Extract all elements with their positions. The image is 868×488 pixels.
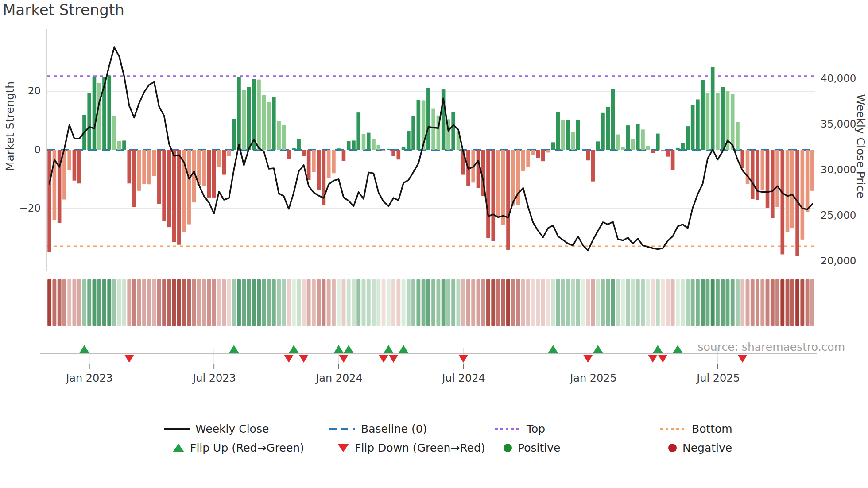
strength-bar — [546, 150, 550, 153]
heatmap-cell — [102, 279, 106, 326]
heatmap-cell — [790, 279, 794, 326]
heatmap-cell — [227, 279, 231, 326]
strength-bar — [78, 150, 81, 184]
strength-bar — [232, 119, 236, 150]
heatmap-cell — [302, 279, 306, 326]
heatmap-cell — [810, 279, 814, 326]
heatmap-cell — [686, 279, 690, 326]
heatmap-cell — [571, 279, 575, 326]
legend-label: Baseline (0) — [361, 422, 427, 435]
heatmap-cell — [795, 279, 799, 326]
heatmap-cell — [237, 279, 241, 326]
strength-bar — [297, 139, 301, 150]
flip-up-marker — [334, 345, 344, 353]
strength-bar — [172, 150, 176, 242]
heatmap-cell — [780, 279, 784, 326]
heatmap-cell — [506, 279, 510, 326]
strength-bar — [696, 99, 700, 150]
heatmap-cell — [656, 279, 660, 326]
right-axis-title: Weekly Close Price — [854, 94, 867, 198]
strength-bar — [676, 148, 680, 150]
strength-bar — [272, 97, 276, 150]
strength-bar — [426, 88, 430, 150]
strength-bar — [87, 93, 91, 150]
heatmap-cell — [72, 279, 76, 326]
heatmap-cell — [407, 279, 411, 326]
strength-bar — [387, 149, 391, 150]
strength-bar — [67, 150, 71, 170]
heatmap-cell — [551, 279, 555, 326]
heatmap-cell — [786, 279, 790, 326]
flip-down-marker — [339, 355, 349, 363]
legend-positive: Positive — [504, 440, 560, 456]
heatmap-cell — [317, 279, 321, 326]
flip-up-marker — [289, 345, 298, 353]
heatmap-cell — [117, 279, 121, 326]
heatmap-cell — [262, 279, 266, 326]
legend-weekly-close: Weekly Close — [164, 421, 269, 437]
heatmap-cell — [207, 279, 211, 326]
heatmap-cell — [541, 279, 545, 326]
heatmap-cell — [481, 279, 485, 326]
heatmap-cell — [561, 279, 565, 326]
heatmap-cell — [601, 279, 605, 326]
heatmap-cell — [726, 279, 730, 326]
strength-bar — [267, 102, 271, 150]
strength-bar — [766, 150, 770, 208]
heatmap-cell — [62, 279, 66, 326]
strength-bar — [751, 150, 755, 199]
heatmap-cell — [387, 279, 391, 326]
strength-bar — [112, 116, 116, 150]
heatmap-cell — [566, 279, 570, 326]
strength-bar — [167, 150, 171, 228]
strength-bar — [666, 150, 670, 157]
right-tick-25000: 25,000 — [821, 209, 856, 222]
strength-bar — [661, 150, 665, 151]
legend-flip-up: Flip Up (Red→Green) — [173, 440, 304, 456]
heatmap-cell — [247, 279, 251, 326]
flip-down-marker — [458, 355, 468, 363]
heatmap-cell — [516, 279, 520, 326]
heatmap-cell — [671, 279, 675, 326]
strength-bar — [352, 140, 356, 150]
heatmap-cell — [556, 279, 560, 326]
heatmap-cell — [586, 279, 590, 326]
heatmap-cell — [701, 279, 705, 326]
strength-bar — [601, 113, 605, 150]
heatmap-cell — [147, 279, 151, 326]
strength-bar — [417, 100, 421, 150]
heatmap-cell — [292, 279, 296, 326]
strength-bar — [581, 150, 585, 150]
heatmap-cell — [451, 279, 455, 326]
flip-up-marker — [653, 345, 663, 353]
legend-label: Negative — [682, 442, 732, 454]
heatmap-cell — [82, 279, 86, 326]
heatmap-cell — [486, 279, 490, 326]
strength-bar — [626, 125, 630, 150]
strength-bar — [486, 150, 490, 238]
strength-bar — [631, 139, 635, 150]
source-note: source: sharemaestro.com — [698, 341, 845, 353]
xtick-jul-2024: Jul 2024 — [442, 372, 485, 384]
legend-label: Flip Up (Red→Green) — [190, 442, 304, 454]
strength-bar — [771, 150, 775, 218]
flip-up-triangle-icon — [173, 444, 184, 452]
strength-bar — [402, 147, 406, 150]
heatmap-cell — [97, 279, 101, 326]
legend-label: Flip Down (Green→Red) — [355, 442, 485, 454]
weekly-close-line-swatch-icon — [164, 428, 190, 430]
strength-bar — [222, 150, 226, 175]
strength-bar — [356, 112, 360, 150]
heatmap-cell — [661, 279, 665, 326]
heatmap-cell — [800, 279, 804, 326]
heatmap-cell — [771, 279, 775, 326]
positive-dot-icon — [504, 444, 512, 452]
right-tick-20000: 20,000 — [821, 254, 856, 267]
heatmap-cell — [257, 279, 261, 326]
heatmap-cell — [47, 279, 51, 326]
strength-bar — [541, 150, 545, 162]
heatmap-cell — [282, 279, 286, 326]
strength-bar — [576, 120, 580, 150]
heatmap-cell — [197, 279, 201, 326]
strength-bar — [561, 120, 565, 150]
